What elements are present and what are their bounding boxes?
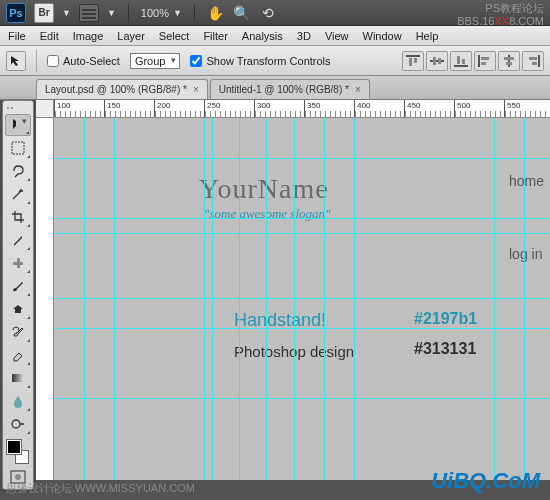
canvas[interactable]: YourName "some awesome slogan" home log … — [54, 118, 550, 480]
watermark-bottom-right: UiBQ.CoM — [431, 468, 540, 494]
crop-tool[interactable] — [5, 206, 31, 228]
align-buttons — [402, 51, 544, 71]
magic-wand-tool[interactable] — [5, 183, 31, 205]
toolbox-grip[interactable] — [5, 103, 31, 113]
svg-rect-2 — [414, 58, 417, 63]
guide-horizontal[interactable] — [54, 218, 550, 219]
grid-layout-icon[interactable] — [79, 4, 99, 22]
menu-edit[interactable]: Edit — [40, 30, 59, 42]
move-tool-indicator[interactable] — [6, 51, 26, 71]
align-top-icon[interactable] — [402, 51, 424, 71]
guide-vertical[interactable] — [239, 118, 240, 480]
svg-point-22 — [12, 420, 20, 428]
guide-horizontal[interactable] — [54, 158, 550, 159]
menu-3d[interactable]: 3D — [297, 30, 311, 42]
align-bottom-icon[interactable] — [450, 51, 472, 71]
guide-horizontal[interactable] — [54, 398, 550, 399]
svg-point-24 — [15, 474, 21, 480]
eraser-tool[interactable] — [5, 344, 31, 366]
align-hcenter-icon[interactable] — [498, 51, 520, 71]
auto-select-input[interactable] — [47, 55, 59, 67]
chevron-down-icon[interactable]: ▼ — [62, 8, 71, 18]
menu-analysis[interactable]: Analysis — [242, 30, 283, 42]
clone-stamp-tool[interactable] — [5, 298, 31, 320]
menu-layer[interactable]: Layer — [117, 30, 145, 42]
guide-vertical[interactable] — [212, 118, 213, 480]
guide-horizontal[interactable] — [54, 233, 550, 234]
close-icon[interactable]: × — [193, 84, 199, 95]
guide-vertical[interactable] — [324, 118, 325, 480]
marquee-tool[interactable] — [5, 137, 31, 159]
close-icon[interactable]: × — [355, 84, 361, 95]
auto-select-checkbox[interactable]: Auto-Select — [47, 55, 120, 67]
svg-rect-21 — [12, 374, 24, 382]
guide-horizontal[interactable] — [54, 328, 550, 329]
chevron-down-icon[interactable]: ▼ — [107, 8, 116, 18]
lasso-tool[interactable] — [5, 160, 31, 182]
bridge-icon[interactable]: Br — [34, 3, 54, 23]
guide-vertical[interactable] — [294, 118, 295, 480]
guide-vertical[interactable] — [494, 118, 495, 480]
zoom-value: 100% — [141, 7, 169, 19]
history-brush-tool[interactable] — [5, 321, 31, 343]
menu-window[interactable]: Window — [363, 30, 402, 42]
menu-file[interactable]: File — [8, 30, 26, 42]
foreground-color-swatch[interactable] — [7, 440, 21, 454]
show-transform-checkbox[interactable]: Show Transform Controls — [190, 55, 330, 67]
site-slogan: "some awesome slogan" — [204, 206, 330, 222]
align-left-icon[interactable] — [474, 51, 496, 71]
show-transform-input[interactable] — [190, 55, 202, 67]
guide-vertical[interactable] — [114, 118, 115, 480]
ruler-tick: 500 — [454, 100, 504, 117]
align-right-icon[interactable] — [522, 51, 544, 71]
guide-vertical[interactable] — [266, 118, 267, 480]
svg-rect-18 — [12, 142, 24, 154]
rotate-view-icon[interactable]: ⟲ — [259, 4, 277, 22]
blur-tool[interactable] — [5, 390, 31, 412]
eyedropper-tool[interactable] — [5, 229, 31, 251]
guide-horizontal[interactable] — [54, 298, 550, 299]
horizontal-ruler[interactable]: 100 150 200 250 300 350 400 450 500 550 — [54, 100, 550, 118]
svg-rect-14 — [506, 62, 512, 65]
brush-tool[interactable] — [5, 275, 31, 297]
gradient-tool[interactable] — [5, 367, 31, 389]
guide-vertical[interactable] — [354, 118, 355, 480]
guide-vertical[interactable] — [84, 118, 85, 480]
watermark-line: BBS.16XX8.COM — [457, 15, 544, 28]
svg-rect-5 — [438, 58, 441, 64]
svg-rect-4 — [433, 57, 436, 65]
ruler-tick: 350 — [304, 100, 354, 117]
svg-rect-9 — [478, 55, 480, 67]
color-swatches[interactable] — [5, 438, 31, 466]
color-code-dark: #313131 — [414, 340, 476, 358]
auto-select-dropdown[interactable]: Group — [130, 53, 181, 69]
menu-filter[interactable]: Filter — [203, 30, 227, 42]
document-tab[interactable]: Layout.psd @ 100% (RGB/8#) * × — [36, 79, 208, 99]
zoom-level[interactable]: 100% ▼ — [141, 7, 182, 19]
zoom-tool-icon[interactable]: 🔍 — [233, 4, 251, 22]
svg-rect-7 — [457, 56, 460, 64]
align-vcenter-icon[interactable] — [426, 51, 448, 71]
menu-image[interactable]: Image — [73, 30, 104, 42]
vertical-ruler[interactable] — [36, 118, 54, 480]
svg-rect-17 — [532, 62, 537, 65]
separator — [128, 4, 129, 22]
site-title: YourName — [199, 173, 329, 205]
menu-help[interactable]: Help — [416, 30, 439, 42]
guide-vertical[interactable] — [204, 118, 205, 480]
workspace: 100 150 200 250 300 350 400 450 500 550 … — [36, 100, 550, 480]
document-tab[interactable]: Untitled-1 @ 100% (RGB/8) * × — [210, 79, 370, 99]
menu-view[interactable]: View — [325, 30, 349, 42]
separator — [36, 50, 37, 72]
menu-select[interactable]: Select — [159, 30, 190, 42]
chevron-down-icon[interactable]: ▼ — [173, 8, 182, 18]
ruler-origin[interactable] — [36, 100, 54, 118]
move-tool[interactable] — [5, 114, 31, 136]
dodge-tool[interactable] — [5, 413, 31, 435]
healing-brush-tool[interactable] — [5, 252, 31, 274]
ruler-tick: 250 — [204, 100, 254, 117]
svg-rect-12 — [508, 55, 510, 67]
guide-vertical[interactable] — [524, 118, 525, 480]
nav-link-login: log in — [509, 246, 542, 262]
hand-tool-icon[interactable]: ✋ — [207, 4, 225, 22]
